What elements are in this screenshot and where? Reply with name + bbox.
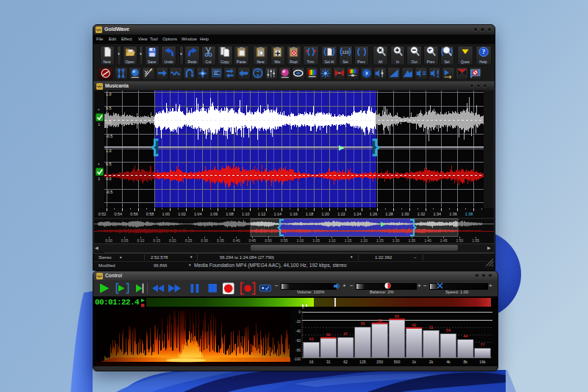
svg-text:0:00: 0:00 — [105, 238, 112, 243]
svg-text:16k: 16k — [479, 360, 486, 364]
svg-text:1:10: 1:10 — [242, 212, 250, 216]
svg-text:1:30: 1:30 — [392, 238, 400, 243]
svg-text:1.0: 1.0 — [106, 149, 111, 153]
svg-text:1:26: 1:26 — [370, 212, 378, 216]
svg-text:1:20: 1:20 — [360, 238, 368, 243]
svg-text:0:15: 0:15 — [153, 238, 160, 243]
svg-text:60: 60 — [395, 314, 399, 318]
svg-text:-40: -40 — [295, 329, 301, 333]
svg-text:1:32: 1:32 — [417, 212, 426, 216]
svg-text:123: 123 — [343, 50, 349, 54]
svg-text:1:28: 1:28 — [385, 212, 393, 216]
svg-text:0:58: 0:58 — [146, 212, 154, 216]
svg-text:125: 125 — [359, 360, 366, 364]
svg-text:1:38: 1:38 — [465, 212, 473, 216]
svg-text:1:36: 1:36 — [449, 212, 457, 216]
svg-text:0.0: 0.0 — [106, 120, 111, 124]
svg-text:11: 11 — [429, 325, 433, 329]
svg-text:0.5: 0.5 — [106, 162, 111, 166]
svg-text:0:35: 0:35 — [217, 238, 224, 243]
svg-text:1:14: 1:14 — [273, 212, 282, 216]
svg-text:44: 44 — [463, 334, 467, 338]
svg-text:?: ? — [481, 48, 485, 55]
svg-text:35: 35 — [361, 321, 365, 326]
svg-text:1:18: 1:18 — [306, 212, 314, 216]
svg-text:16: 16 — [309, 360, 314, 364]
svg-text:0:10: 0:10 — [137, 238, 145, 243]
svg-text:1:02: 1:02 — [178, 212, 186, 216]
svg-text:-60: -60 — [295, 339, 301, 343]
svg-text:1:30: 1:30 — [401, 212, 409, 216]
svg-text:-0.5: -0.5 — [106, 134, 112, 138]
svg-text:0.0: 0.0 — [106, 177, 111, 181]
svg-text:0:52: 0:52 — [98, 212, 107, 216]
svg-text:1:45: 1:45 — [440, 238, 448, 243]
svg-text:1k: 1k — [412, 360, 417, 364]
svg-text:0:55: 0:55 — [281, 238, 288, 243]
svg-text:1:00: 1:00 — [297, 238, 304, 243]
svg-text:0:45: 0:45 — [248, 238, 256, 243]
svg-text:42: 42 — [412, 323, 416, 327]
svg-text:47: 47 — [343, 332, 348, 336]
svg-text:0:50: 0:50 — [265, 238, 272, 243]
svg-text:54: 54 — [446, 328, 451, 332]
svg-text:62: 62 — [343, 360, 348, 364]
svg-text:250: 250 — [376, 360, 383, 364]
svg-text:500: 500 — [394, 360, 401, 364]
svg-text:-100: -100 — [293, 357, 301, 361]
svg-text:4k: 4k — [446, 360, 451, 364]
svg-text:-0.5: -0.5 — [106, 190, 112, 194]
svg-text:1:25: 1:25 — [376, 238, 384, 243]
svg-text:1:20: 1:20 — [322, 212, 330, 216]
svg-text:1:24: 1:24 — [354, 212, 362, 216]
svg-text:1:12: 1:12 — [258, 212, 266, 216]
svg-text:1:35: 1:35 — [408, 238, 415, 243]
svg-text:0:56: 0:56 — [130, 212, 138, 216]
svg-text:0:30: 0:30 — [201, 238, 208, 243]
svg-text:59: 59 — [378, 318, 382, 323]
svg-text:0:20: 0:20 — [169, 238, 176, 243]
svg-text:1:06: 1:06 — [210, 212, 218, 216]
svg-text:31: 31 — [326, 360, 331, 364]
svg-text:77: 77 — [481, 343, 485, 347]
svg-text:-80: -80 — [295, 349, 301, 352]
svg-text:1:05: 1:05 — [312, 238, 320, 243]
svg-text:2k: 2k — [429, 360, 434, 364]
svg-text:0.5: 0.5 — [106, 106, 111, 110]
svg-text:60: 60 — [326, 332, 331, 337]
svg-text:0:54: 0:54 — [114, 212, 122, 216]
svg-text:1:50: 1:50 — [456, 238, 464, 243]
svg-text:1.0: 1.0 — [106, 92, 111, 96]
svg-text:1:00: 1:00 — [162, 212, 171, 216]
svg-text:1:34: 1:34 — [433, 212, 441, 216]
svg-text:1:16: 1:16 — [290, 212, 298, 216]
svg-text:43: 43 — [309, 337, 314, 341]
svg-text:8k: 8k — [463, 360, 467, 364]
svg-text:1:08: 1:08 — [226, 212, 234, 216]
svg-text:1:22: 1:22 — [337, 212, 345, 216]
svg-text:1:10: 1:10 — [329, 238, 336, 243]
svg-text:0:25: 0:25 — [185, 238, 193, 243]
svg-text:1:15: 1:15 — [345, 238, 352, 243]
svg-text:1:04: 1:04 — [194, 212, 202, 216]
svg-text:1:55: 1:55 — [472, 238, 479, 243]
svg-text:0: 0 — [298, 310, 301, 314]
svg-text:0:05: 0:05 — [121, 238, 129, 243]
svg-text:-20: -20 — [295, 320, 301, 324]
svg-text:0:40: 0:40 — [233, 238, 240, 243]
svg-text:1:40: 1:40 — [424, 238, 431, 243]
